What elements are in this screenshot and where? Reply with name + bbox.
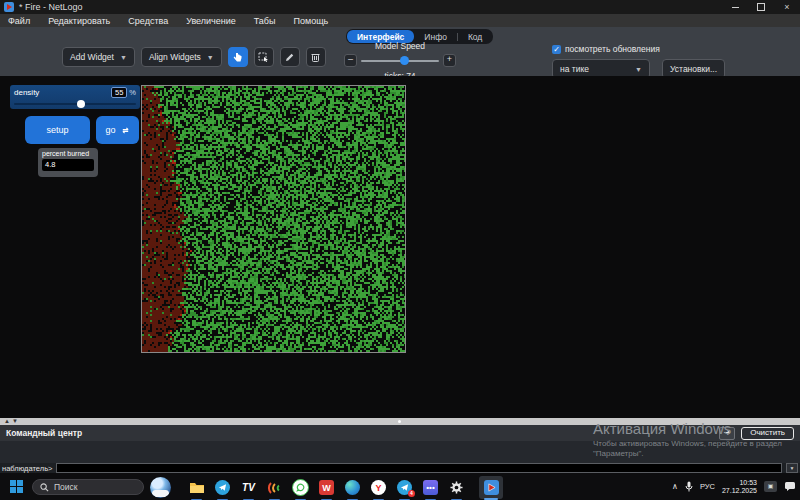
taskbar-search[interactable]: Поиск [32,479,144,495]
density-slider-track[interactable] [14,103,136,105]
chevron-down-icon: ▼ [207,54,214,61]
update-mode-value: на тике [560,64,589,74]
menu-help[interactable]: Помощь [294,16,329,26]
setup-button-label: setup [46,125,68,135]
setup-button[interactable]: setup [25,116,90,144]
menu-file[interactable]: Файл [8,16,30,26]
splitter-arrows-icon[interactable]: ▲▼ [4,418,20,425]
taskbar-item-settings[interactable] [448,479,465,496]
taskbar-item-wps[interactable]: W [318,479,335,496]
density-slider-widget[interactable]: density 55 % [10,85,140,109]
gear-icon [450,481,463,494]
command-prompt-row: наблюдатель> ▼ [0,463,800,473]
folder-icon [189,481,205,494]
chevron-down-icon: ▼ [120,54,127,61]
interface-canvas: density 55 % setup go percent burned 4.8 [0,76,800,418]
add-widget-dropdown[interactable]: Add Widget ▼ [62,47,135,67]
marquee-select-icon [258,52,269,63]
wps-office-icon: W [319,480,334,495]
netlogo-window: * Fire - NetLogo × Файл Редактировать Ср… [0,0,800,500]
fire-simulation-view[interactable] [142,86,405,352]
align-widgets-dropdown[interactable]: Align Widgets ▼ [141,47,222,67]
start-button[interactable] [10,480,23,493]
model-speed-control: Model Speed – + ticks: 74 [344,41,456,81]
speed-faster-button[interactable]: + [443,54,456,67]
taskbar-item-messenger[interactable]: 4 [396,479,413,496]
taskbar-item-telegram[interactable] [214,479,231,496]
menu-bar: Файл Редактировать Средства Увеличение Т… [0,14,800,27]
density-value-box[interactable]: 55 [111,87,127,98]
tray-app-icon[interactable]: ▣ [764,481,777,492]
go-button-label: go [105,125,115,135]
taskbar-item-whatsapp[interactable] [292,479,309,496]
taskbar-item-edge[interactable] [344,479,361,496]
command-history-dropdown[interactable]: ▼ [786,463,798,473]
settings-button-label: Установки... [670,64,717,74]
title-bar: * Fire - NetLogo × [0,0,800,14]
density-label: density [14,88,39,97]
minimize-button[interactable] [722,0,748,14]
time: 10:53 [722,479,757,487]
command-center-header: Командный центр ➔ Очистить [0,425,800,441]
command-input[interactable] [56,463,782,473]
percent-burned-monitor: percent burned 4.8 [38,148,98,177]
tray-overflow-chevron-icon[interactable]: ∧ [672,482,678,491]
netlogo-app-icon [4,2,14,12]
view-updates-checkbox[interactable]: ✓ [552,45,561,54]
observer-prompt-label: наблюдатель> [2,464,52,473]
notifications-icon[interactable] [784,481,796,492]
taskbar-item-messages[interactable]: ••• [422,479,439,496]
marquee-select-tool-button[interactable] [254,47,274,67]
menu-zoom[interactable]: Увеличение [186,16,236,26]
monitor-value: 4.8 [42,159,94,171]
search-icon [40,483,49,492]
command-center-output[interactable] [0,441,800,463]
weather-widget-icon[interactable] [150,477,171,498]
menu-tabs[interactable]: Табы [254,16,276,26]
taskbar-item-explorer[interactable] [188,479,205,496]
taskbar-item-netlogo-active[interactable] [479,476,503,499]
command-center-title: Командный центр [6,428,82,438]
close-button[interactable]: × [774,0,800,14]
density-slider-thumb[interactable] [77,100,85,108]
world-view[interactable] [141,85,406,353]
monitor-label: percent burned [42,150,94,157]
system-tray: ∧ РУС 10:53 27.12.2025 ▣ [672,473,796,500]
speed-slider-thumb[interactable] [400,56,409,65]
select-tool-button[interactable] [228,47,248,67]
delete-tool-button[interactable] [306,47,326,67]
add-widget-label: Add Widget [70,52,114,62]
taskbar-item-tv[interactable]: TV [240,479,257,496]
messenger-icon: 4 [397,480,412,495]
edge-icon [345,480,360,495]
trash-icon [310,52,321,63]
netlogo-icon [484,480,499,495]
search-placeholder: Поиск [54,482,78,492]
telegram-icon [215,480,230,495]
model-speed-label: Model Speed [344,41,456,51]
hand-pointer-icon [232,52,243,63]
speed-slider[interactable] [361,60,439,62]
view-updates-label: посмотреть обновления [565,44,660,54]
menu-tools[interactable]: Средства [128,16,168,26]
maximize-button[interactable] [748,0,774,14]
tab-code[interactable]: Код [458,30,492,43]
taskbar-item-yandex[interactable]: Y [370,479,387,496]
forever-loop-icon [121,126,130,135]
taskbar-item-media[interactable] [266,479,283,496]
clock[interactable]: 10:53 27.12.2025 [722,479,757,495]
speed-slower-button[interactable]: – [344,54,357,67]
go-button[interactable]: go [96,116,139,144]
chevron-down-icon: ▼ [635,66,642,73]
microphone-icon[interactable] [685,481,693,492]
splitter-grip-icon [398,420,401,423]
clear-output-button[interactable]: Очистить [741,427,794,440]
tv-logo-icon: TV [242,482,255,493]
edit-tool-button[interactable] [280,47,300,67]
language-indicator[interactable]: РУС [700,482,715,491]
menu-edit[interactable]: Редактировать [48,16,110,26]
command-center-splitter[interactable]: ▲▼ [0,418,800,425]
export-output-button[interactable]: ➔ [719,427,735,440]
date: 27.12.2025 [722,487,757,495]
wave-icon [267,481,283,495]
